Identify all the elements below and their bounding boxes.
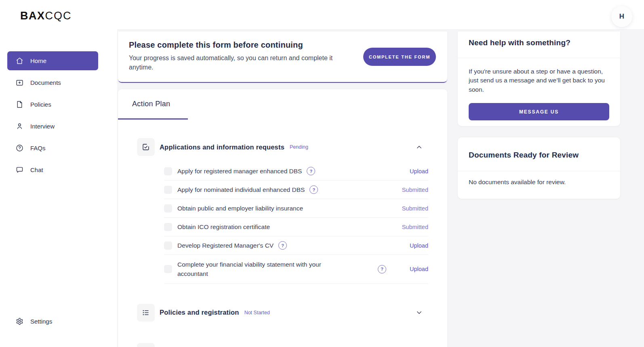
help-icon[interactable]: ? [307, 167, 315, 175]
task-row: Obtain public and employer liability ins… [164, 199, 428, 218]
task-action-upload[interactable]: Upload [410, 266, 428, 272]
home-icon [15, 57, 24, 65]
section-title: Applications and information requests [160, 143, 284, 151]
task-label: Complete your financial viability statem… [177, 260, 347, 279]
help-card-body: If you're unsure about a step or have a … [458, 58, 620, 94]
task-status-submitted: Submitted [402, 205, 428, 212]
task-row: Complete your financial viability statem… [164, 255, 428, 284]
tab-bar: Action Plan [118, 89, 447, 120]
task-row: Obtain ICO registration certificate Subm… [164, 218, 428, 236]
help-circle-icon [15, 144, 24, 152]
chat-bubble-icon [15, 166, 24, 174]
message-us-button[interactable]: MESSAGE US [469, 103, 609, 120]
folder-plus-icon [15, 78, 24, 87]
task-label: Apply for nominated individual enhanced … [177, 186, 305, 193]
task-checkbox[interactable] [164, 223, 172, 231]
documents-card-title: Documents Ready for Review [458, 137, 620, 171]
section-header-partial [137, 343, 428, 347]
sidebar-item-label: Home [30, 57, 46, 64]
documents-review-card: Documents Ready for Review No documents … [458, 137, 620, 199]
top-header: BAXCQC H [0, 0, 644, 29]
section-title: Policies and registration [160, 309, 239, 316]
file-icon [15, 100, 24, 109]
task-status-submitted: Submitted [402, 187, 428, 193]
task-label: Obtain ICO registration certificate [177, 223, 270, 231]
task-row: Develop Registered Manager's CV ? Upload [164, 236, 428, 255]
task-row: Apply for registered manager enhanced DB… [164, 162, 428, 181]
sidebar-item-label: Interview [30, 123, 55, 130]
task-checkbox[interactable] [164, 265, 172, 273]
task-checkbox[interactable] [164, 242, 172, 250]
chevron-up-icon[interactable] [415, 143, 423, 151]
brand-logo[interactable]: BAXCQC [20, 10, 72, 22]
sidebar-item-settings[interactable]: Settings [7, 312, 98, 331]
task-checkbox[interactable] [164, 186, 172, 194]
avatar-initial: H [619, 13, 624, 21]
task-row: Apply for nominated individual enhanced … [164, 181, 428, 199]
task-checkbox[interactable] [164, 167, 172, 175]
sidebar-nav: Home Documents Policies Interview FAQs [0, 29, 117, 347]
sidebar-item-policies[interactable]: Policies [7, 95, 98, 114]
task-status-submitted: Submitted [402, 224, 428, 230]
help-icon[interactable]: ? [309, 185, 318, 194]
sidebar-item-home[interactable]: Home [7, 51, 98, 70]
section-status-badge: Pending [290, 144, 308, 150]
sidebar-item-label: Documents [30, 79, 61, 86]
notice-subtitle: Your progress is saved automatically, so… [129, 53, 349, 72]
task-label: Apply for registered manager enhanced DB… [177, 168, 302, 175]
documents-empty-text: No documents available for review. [458, 171, 620, 186]
chevron-down-icon[interactable] [415, 309, 423, 316]
sidebar-item-faqs[interactable]: FAQs [7, 139, 98, 158]
task-label: Obtain public and employer liability ins… [177, 205, 303, 212]
task-action-upload[interactable]: Upload [410, 168, 428, 175]
complete-form-button[interactable]: COMPLETE THE FORM [363, 48, 436, 66]
sidebar-item-label: Chat [30, 166, 43, 173]
section-status-badge: Not Started [244, 310, 270, 315]
help-icon[interactable]: ? [278, 241, 287, 250]
task-list: Apply for registered manager enhanced DB… [164, 162, 428, 284]
section-header-applications[interactable]: Applications and information requests Pe… [137, 138, 428, 156]
section-icon-partial [137, 343, 155, 347]
bullet-list-icon [137, 304, 155, 322]
gear-icon [15, 317, 24, 326]
section-header-policies[interactable]: Policies and registration Not Started [137, 304, 428, 322]
brand-logo-bold: BAX [20, 10, 45, 22]
user-avatar[interactable]: H [611, 6, 632, 27]
tab-action-plan[interactable]: Action Plan [118, 89, 188, 120]
help-card-title: Need help with something? [458, 32, 620, 58]
clipboard-check-icon [137, 138, 155, 156]
sidebar-item-interview[interactable]: Interview [7, 117, 98, 136]
brand-logo-light: CQC [45, 10, 72, 22]
task-label: Develop Registered Manager's CV [177, 242, 274, 249]
action-plan-card: Action Plan Applications and information… [118, 89, 447, 347]
task-checkbox[interactable] [164, 204, 172, 212]
sidebar-item-chat[interactable]: Chat [7, 160, 98, 179]
help-icon[interactable]: ? [378, 265, 386, 273]
sidebar-item-label: FAQs [30, 145, 46, 151]
sidebar-item-documents[interactable]: Documents [7, 73, 98, 92]
task-action-upload[interactable]: Upload [410, 242, 428, 249]
sidebar-item-label: Settings [30, 318, 52, 325]
user-icon [15, 122, 24, 130]
sidebar-item-label: Policies [30, 101, 51, 108]
help-card: Need help with something? If you're unsu… [458, 32, 620, 126]
form-notice-card: Please complete this form before continu… [118, 32, 447, 83]
